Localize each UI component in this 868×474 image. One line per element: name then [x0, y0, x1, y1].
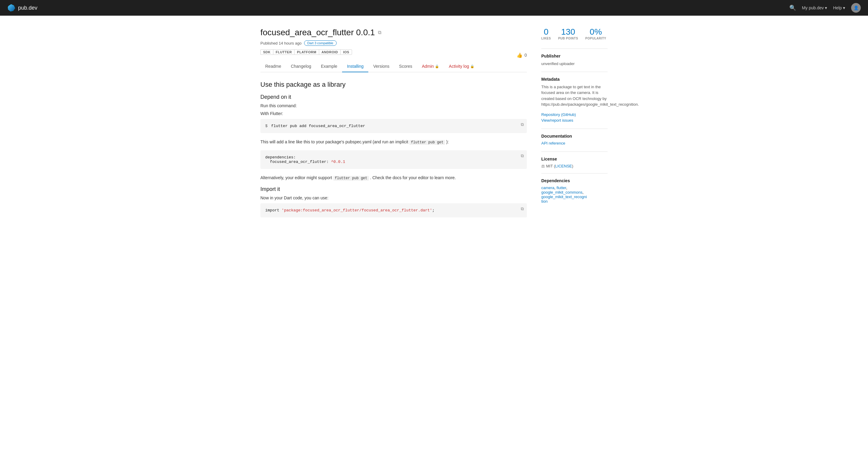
page-container: focused_area_ocr_flutter 0.0.1 ⧉ Publish…	[253, 16, 615, 241]
api-reference-link[interactable]: API reference	[541, 141, 608, 145]
package-name: focused_area_ocr_flutter 0.0.1	[260, 28, 375, 37]
tab-scores[interactable]: Scores	[394, 61, 417, 72]
pkg-tags-row: SDK FLUTTER PLATFORM ANDROID IOS 👍 0	[260, 49, 527, 61]
import-note: Now in your Dart code, you can use:	[260, 196, 527, 200]
dependencies-section: Dependencies camera, flutter, google_mlk…	[541, 173, 608, 208]
flutter-add-cmd: flutter pub add focused_area_ocr_flutter	[269, 124, 365, 128]
repository-link[interactable]: Repository (GitHub)	[541, 112, 608, 117]
dep-flutter[interactable]: flutter	[557, 185, 566, 190]
editor-note: Alternatively, your editor might support…	[260, 174, 527, 181]
license-link[interactable]: LICENSE	[555, 164, 572, 168]
likes-label: LIKES	[541, 37, 551, 40]
tab-changelog[interactable]: Changelog	[286, 61, 316, 72]
dart3-badge: Dart 3 compatible	[304, 40, 337, 46]
popularity-value: 0%	[585, 28, 606, 36]
tab-versions[interactable]: Versions	[368, 61, 394, 72]
tab-example[interactable]: Example	[316, 61, 342, 72]
import-title: Import it	[260, 186, 527, 193]
help-button[interactable]: Help ▾	[833, 5, 845, 10]
tab-installing[interactable]: Installing	[342, 61, 368, 72]
metadata-section: Metadata This is a package to get text i…	[541, 72, 608, 129]
package-meta: Published 14 hours ago Dart 3 compatible	[260, 40, 527, 46]
license-title: License	[541, 157, 608, 161]
main-content: focused_area_ocr_flutter 0.0.1 ⧉ Publish…	[260, 28, 527, 223]
publisher-value: unverified uploader	[541, 61, 608, 67]
tag-ios: IOS	[340, 49, 352, 55]
with-flutter-label: With Flutter:	[260, 111, 527, 116]
license-text: MIT (LICENSE)	[546, 164, 573, 168]
metadata-text: This is a package to get text in the foc…	[541, 84, 608, 107]
import-code: import 'package:focused_area_ocr_flutter…	[265, 208, 522, 213]
tag-android: ANDROID	[319, 49, 341, 55]
pub-points-label: PUB POINTS	[558, 37, 578, 40]
chevron-down-icon: ▾	[825, 5, 827, 10]
navbar: pub.dev 🔍 My pub.dev ▾ Help ▾ 👤	[0, 0, 868, 16]
likes-count: 0	[524, 53, 527, 58]
copy-flutter-cmd-button[interactable]: ⧉	[521, 122, 524, 127]
deps-list: camera, flutter, google_mlkit_commons, g…	[541, 185, 608, 204]
tab-readme[interactable]: Readme	[260, 61, 286, 72]
brand-logo[interactable]: pub.dev	[7, 4, 37, 12]
dep-camera[interactable]: camera	[541, 185, 554, 190]
license-icon: ⚖	[541, 164, 545, 168]
flutter-pub-get-inline2: flutter pub get	[333, 176, 369, 181]
stat-likes: 0 LIKES	[541, 28, 551, 40]
publisher-title: Publisher	[541, 54, 608, 59]
sidebar: 0 LIKES 130 PUB POINTS 0% POPULARITY Pub…	[541, 28, 608, 223]
pubspec-code-block: ⧉ dependencies: focused_area_ocr_flutter…	[260, 150, 527, 169]
metadata-title: Metadata	[541, 77, 608, 81]
stat-popularity: 0% POPULARITY	[585, 28, 606, 40]
dart-logo-icon	[7, 4, 16, 12]
license-row: ⚖ MIT (LICENSE)	[541, 164, 608, 168]
chevron-down-icon: ▾	[843, 5, 845, 10]
dep-google-mlkit-commons[interactable]: google_mlkit_commons	[541, 190, 583, 195]
tag-sdk: SDK	[260, 49, 273, 55]
use-library-title: Use this package as a library	[260, 81, 527, 89]
dep-google-mlkit-text[interactable]: google_mlkit_text_recogni	[541, 195, 587, 199]
pubspec-code: dependencies: focused_area_ocr_flutter: …	[265, 155, 522, 164]
publisher-section: Publisher unverified uploader	[541, 48, 608, 72]
import-code-block: ⧉ import 'package:focused_area_ocr_flutt…	[260, 203, 527, 217]
thumbs-up-icon[interactable]: 👍	[517, 53, 523, 58]
like-area: 👍 0	[517, 53, 527, 58]
avatar[interactable]: 👤	[851, 3, 861, 13]
tag-platform: PLATFORM	[294, 49, 318, 55]
pkg-tags: SDK FLUTTER PLATFORM ANDROID IOS	[260, 49, 352, 55]
dependencies-title: Dependencies	[541, 178, 608, 183]
documentation-section: Documentation API reference	[541, 129, 608, 151]
code-prompt: $	[265, 124, 268, 128]
flutter-pub-get-inline: flutter pub get	[409, 140, 445, 145]
copy-title-icon[interactable]: ⧉	[378, 30, 381, 35]
tag-flutter: FLUTTER	[273, 49, 294, 55]
flutter-cmd-code: $ flutter pub add focused_area_ocr_flutt…	[265, 124, 365, 128]
dep-google-mlkit-text-2[interactable]: tion	[541, 199, 548, 204]
popularity-label: POPULARITY	[585, 37, 606, 40]
package-title: focused_area_ocr_flutter 0.0.1 ⧉	[260, 28, 527, 37]
documentation-title: Documentation	[541, 134, 608, 138]
brand-name: pub.dev	[18, 5, 37, 11]
publish-date: Published 14 hours ago	[260, 41, 302, 45]
my-pubdev-button[interactable]: My pub.dev ▾	[802, 5, 827, 10]
navbar-right: 🔍 My pub.dev ▾ Help ▾ 👤	[789, 3, 861, 13]
pub-points-value: 130	[558, 28, 578, 36]
lock-icon: 🔒	[435, 64, 439, 68]
copy-import-button[interactable]: ⧉	[521, 206, 524, 211]
stat-pub-points: 130 PUB POINTS	[558, 28, 578, 40]
copy-pubspec-button[interactable]: ⧉	[521, 153, 524, 159]
tab-activity-log[interactable]: Activity log 🔒	[444, 61, 479, 72]
issues-link[interactable]: View/report issues	[541, 118, 608, 123]
stats-row: 0 LIKES 130 PUB POINTS 0% POPULARITY	[541, 28, 608, 40]
search-button[interactable]: 🔍	[789, 4, 796, 11]
lock-icon-activity: 🔒	[470, 64, 474, 68]
pubspec-note: This will add a line like this to your p…	[260, 138, 527, 145]
run-command-label: Run this command:	[260, 103, 527, 108]
flutter-cmd-block: ⧉ $ flutter pub add focused_area_ocr_flu…	[260, 119, 527, 133]
depend-title: Depend on it	[260, 94, 527, 100]
likes-value: 0	[541, 28, 551, 36]
tab-admin[interactable]: Admin 🔒	[417, 61, 444, 72]
tabs: Readme Changelog Example Installing Vers…	[260, 61, 527, 72]
license-section: License ⚖ MIT (LICENSE)	[541, 151, 608, 173]
